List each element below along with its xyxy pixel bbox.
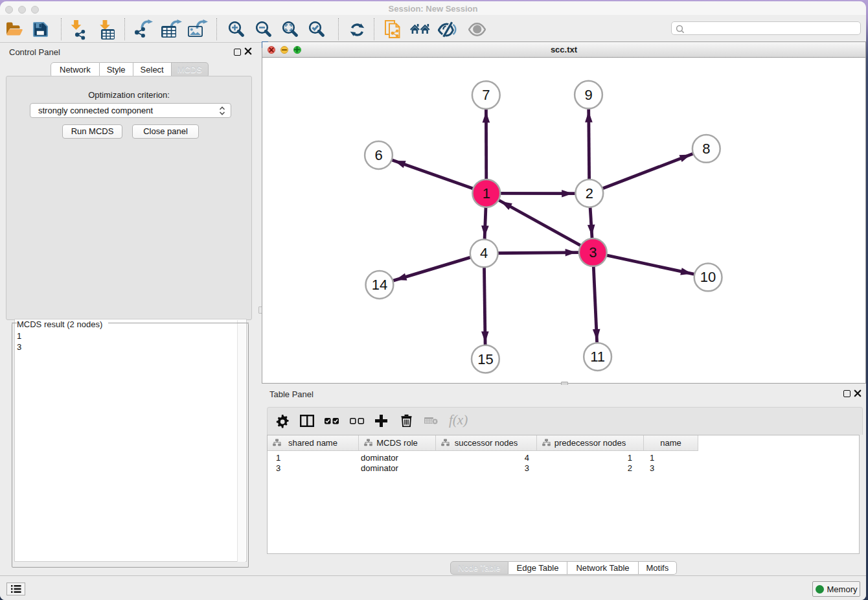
svg-text:1: 1 (483, 185, 490, 202)
svg-text:7: 7 (482, 87, 490, 103)
svg-text:11: 11 (590, 349, 605, 365)
svg-text:3: 3 (589, 244, 597, 260)
svg-text:15: 15 (477, 351, 493, 367)
svg-text:8: 8 (702, 141, 710, 157)
svg-text:14: 14 (372, 277, 387, 293)
svg-text:4: 4 (480, 245, 488, 261)
svg-text:10: 10 (700, 269, 716, 285)
svg-text:6: 6 (374, 147, 382, 163)
svg-text:9: 9 (584, 87, 592, 103)
svg-text:2: 2 (586, 185, 593, 202)
